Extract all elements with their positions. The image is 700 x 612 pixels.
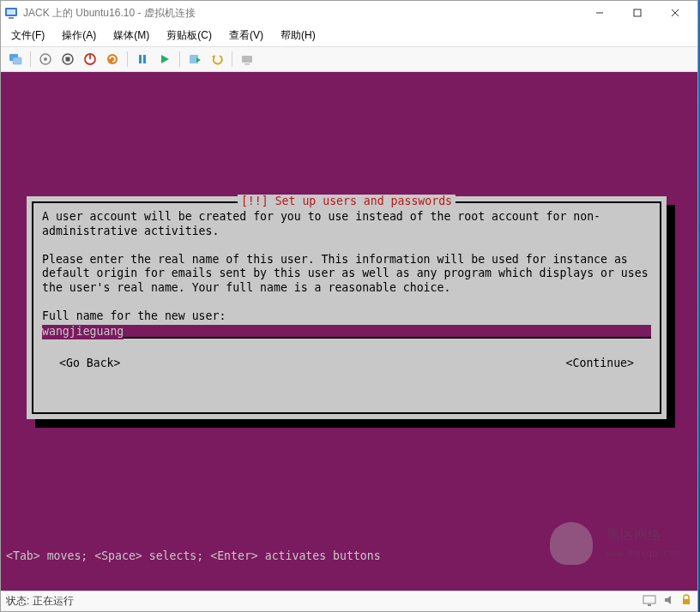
svg-marker-18 [161,55,169,63]
svg-rect-12 [66,57,70,62]
menu-file[interactable]: 文件(F) [8,27,48,45]
watermark-text-2: www.heiqu.com [606,548,680,559]
menu-clipboard[interactable]: 剪贴板(C) [163,27,215,45]
checkpoint-icon[interactable] [185,50,204,69]
svg-rect-24 [643,596,655,603]
svg-rect-2 [9,17,14,19]
keyboard-hint: <Tab> moves; <Space> selects; <Enter> ac… [6,549,381,564]
svg-rect-27 [683,599,690,604]
dialog-text-1: A user account will be created for you t… [42,210,651,238]
window-controls [581,1,694,25]
continue-button[interactable]: <Continue> [566,357,634,371]
toolbar-separator [30,51,31,67]
vm-display[interactable]: [!!] Set up users and passwords A user a… [1,72,697,591]
menu-view[interactable]: 查看(V) [226,27,267,45]
vm-connection-window: JACK 上的 Ubuntu16.10 - 虚拟机连接 文件(F) 操作(A) … [0,0,698,612]
fullname-input-row[interactable]: wangjieguang [42,325,651,339]
dialog-nav: <Go Back> <Continue> [42,357,651,371]
status-value: 正在运行 [33,594,74,609]
dialog-prompt: Full name for the new user: [42,309,651,324]
svg-marker-20 [196,57,201,63]
svg-rect-16 [139,55,142,63]
reset-icon[interactable] [103,50,122,69]
shutdown-icon[interactable] [81,50,100,69]
menu-media[interactable]: 媒体(M) [110,27,153,45]
share-icon[interactable] [238,50,256,69]
dialog-frame: [!!] Set up users and passwords A user a… [32,201,661,414]
titlebar[interactable]: JACK 上的 Ubuntu16.10 - 虚拟机连接 [1,1,697,25]
svg-point-15 [107,54,118,64]
watermark-text-1: 黑区网络 [606,526,661,543]
maximize-button[interactable] [619,1,656,25]
dialog-text-2: Please enter the real name of this user.… [42,253,651,296]
fullname-input-rest[interactable] [124,325,651,339]
menu-action[interactable]: 操作(A) [58,27,100,45]
pause-icon[interactable] [133,50,152,69]
svg-point-10 [44,57,47,61]
dialog-title: [!!] Set up users and passwords [238,195,456,209]
close-button[interactable] [656,1,694,25]
svg-rect-1 [7,9,15,15]
toolbar-separator [127,51,128,67]
status-sound-icon [663,594,675,609]
svg-rect-23 [244,63,250,65]
status-network-icon [643,594,658,609]
minimize-button[interactable] [581,1,619,25]
toolbar-separator [179,51,180,67]
watermark: 黑区网络 www.heiqu.com [550,522,680,565]
setup-dialog: [!!] Set up users and passwords A user a… [27,196,667,419]
stop-icon[interactable] [58,50,77,69]
menubar: 文件(F) 操作(A) 媒体(M) 剪贴板(C) 查看(V) 帮助(H) [1,25,697,47]
connect-icon[interactable] [6,50,25,69]
revert-icon[interactable] [208,50,226,69]
svg-rect-25 [648,604,651,606]
start-grey-icon[interactable] [36,50,55,69]
toolbar [1,47,697,72]
toolbar-separator [232,51,232,67]
menu-help[interactable]: 帮助(H) [277,27,319,45]
watermark-logo-icon [550,522,593,565]
statusbar: 状态: 正在运行 [1,591,697,611]
status-label: 状态: [6,594,29,609]
window-title: JACK 上的 Ubuntu16.10 - 虚拟机连接 [23,6,581,21]
app-icon [4,6,18,20]
go-back-button[interactable]: <Go Back> [59,357,120,371]
fullname-input-value[interactable]: wangjieguang [42,325,124,339]
svg-rect-8 [13,57,21,64]
svg-marker-26 [665,596,671,604]
svg-rect-4 [634,9,641,16]
play-icon[interactable] [155,50,174,69]
status-lock-icon [680,594,692,609]
svg-rect-17 [143,55,146,63]
svg-rect-22 [242,56,252,63]
